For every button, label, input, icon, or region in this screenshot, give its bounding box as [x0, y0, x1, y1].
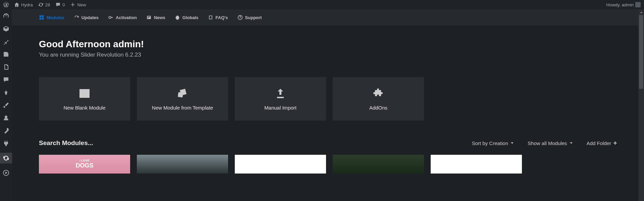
wp-admin-sidebar	[0, 9, 12, 201]
refresh-active-icon	[3, 155, 9, 161]
sort-label: Sort by Creation	[472, 140, 508, 146]
sidebar-tools[interactable]	[0, 127, 12, 134]
tab-updates[interactable]: Updates	[74, 15, 99, 20]
plugin-icon	[3, 140, 9, 147]
modules-bar: Search Modules... Sort by Creation Show …	[39, 139, 617, 147]
puzzle-icon	[372, 87, 384, 99]
plus-icon	[613, 141, 617, 145]
search-modules-input[interactable]: Search Modules...	[39, 139, 93, 147]
home-icon	[14, 2, 19, 7]
sidebar-slider-revolution[interactable]	[0, 153, 12, 163]
site-link[interactable]: Hydra	[14, 2, 33, 7]
comments-link[interactable]: 0	[55, 2, 65, 7]
show-dropdown[interactable]: Show all Modules	[528, 140, 573, 146]
plus-icon	[70, 2, 75, 7]
wrench-icon	[3, 127, 9, 134]
module-thumb-5[interactable]	[431, 155, 522, 174]
sidebar-comments[interactable]	[0, 76, 12, 83]
scrollbar-handle[interactable]	[639, 15, 643, 89]
card-new-blank-module[interactable]: New Blank Module	[39, 77, 130, 121]
module-thumbnails: I LOVE DOGS	[39, 155, 617, 174]
card-template-label: New Module from Template	[152, 105, 213, 111]
new-link[interactable]: New	[70, 2, 86, 7]
card-addons[interactable]: AddOns	[333, 77, 424, 121]
chevron-down-icon	[569, 141, 573, 145]
template-icon	[176, 87, 189, 99]
svg-point-2	[109, 16, 111, 18]
card-addons-label: AddOns	[369, 105, 387, 111]
plugin-tabs: Modules Updates Activation News Globals …	[12, 9, 644, 25]
scroll-up-button[interactable]	[638, 9, 644, 15]
media-icon	[3, 51, 9, 58]
comments-count: 0	[62, 2, 65, 7]
sidebar-item-13[interactable]	[0, 170, 12, 176]
module-thumb-2[interactable]	[137, 155, 228, 174]
card-manual-import[interactable]: Manual Import	[235, 77, 326, 121]
tab-faqs[interactable]: FAQ's	[208, 15, 228, 20]
clapperboard-icon	[78, 87, 91, 99]
refresh-icon	[38, 2, 44, 7]
grid-icon	[39, 15, 44, 20]
card-import-label: Manual Import	[264, 105, 297, 111]
tab-updates-label: Updates	[82, 15, 99, 20]
sidebar-item-7[interactable]	[0, 89, 12, 96]
module-thumb-4[interactable]	[333, 155, 424, 174]
help-icon	[237, 15, 243, 20]
wp-logo[interactable]	[3, 2, 9, 7]
brush-icon	[3, 102, 9, 109]
book-icon	[208, 15, 213, 20]
tab-news-label: News	[154, 15, 165, 20]
update-icon	[74, 15, 79, 20]
show-label: Show all Modules	[528, 140, 567, 146]
card-blank-label: New Blank Module	[63, 105, 105, 111]
page-subtitle: You are running Slider Revolution 6.2.23	[39, 52, 617, 58]
updates-link[interactable]: 28	[38, 2, 50, 7]
cube-icon	[3, 25, 9, 32]
vertical-scrollbar[interactable]	[638, 9, 644, 201]
avatar-icon	[635, 2, 641, 7]
sidebar-appearance[interactable]	[0, 102, 12, 109]
sidebar-posts[interactable]	[0, 38, 12, 45]
sidebar-users[interactable]	[0, 115, 12, 121]
tab-modules[interactable]: Modules	[39, 15, 64, 20]
sidebar-dashboard[interactable]	[0, 13, 12, 19]
sort-dropdown[interactable]: Sort by Creation	[472, 140, 514, 146]
updates-count: 28	[45, 2, 50, 7]
howdy-link[interactable]: Howdy, admin	[606, 2, 641, 7]
card-new-module-template[interactable]: New Module from Template	[137, 77, 228, 121]
main-content: Modules Updates Activation News Globals …	[12, 9, 644, 201]
wp-admin-bar: Hydra 28 0 New Howdy, admin	[0, 0, 644, 9]
sidebar-media[interactable]	[0, 51, 12, 58]
sidebar-plugins[interactable]	[0, 140, 12, 147]
new-label: New	[77, 2, 86, 7]
scrollbar-track[interactable]	[639, 15, 643, 195]
tab-news[interactable]: News	[146, 15, 165, 20]
tab-globals-label: Globals	[182, 15, 199, 20]
tab-faqs-label: FAQ's	[216, 15, 228, 20]
sidebar-item-2[interactable]	[0, 25, 12, 32]
howdy-text: Howdy, admin	[606, 2, 634, 7]
module-thumb-3[interactable]	[235, 155, 326, 174]
tab-modules-label: Modules	[47, 15, 64, 20]
key-icon	[108, 15, 113, 20]
news-icon	[146, 15, 152, 20]
site-name: Hydra	[21, 2, 33, 7]
tab-activation[interactable]: Activation	[108, 15, 137, 20]
thumb1-small-text: I LOVE	[75, 159, 93, 162]
tab-support[interactable]: Support	[237, 15, 262, 20]
comments-icon	[3, 76, 9, 83]
svg-rect-0	[635, 2, 641, 7]
tab-globals[interactable]: Globals	[175, 15, 199, 20]
sidebar-pages[interactable]	[0, 64, 12, 70]
wordpress-icon	[3, 2, 9, 7]
tab-activation-label: Activation	[116, 15, 137, 20]
module-thumb-1[interactable]: I LOVE DOGS	[39, 155, 130, 174]
comment-icon	[55, 2, 61, 7]
thumb1-big-text: DOGS	[75, 162, 93, 169]
pin-icon	[3, 38, 9, 45]
page-greeting: Good Afternoon admin!	[39, 39, 617, 50]
play-circle-icon	[3, 170, 9, 176]
add-folder-button[interactable]: Add Folder	[587, 140, 617, 146]
pushpin-icon	[3, 89, 9, 96]
action-cards: New Blank Module New Module from Templat…	[39, 77, 617, 121]
